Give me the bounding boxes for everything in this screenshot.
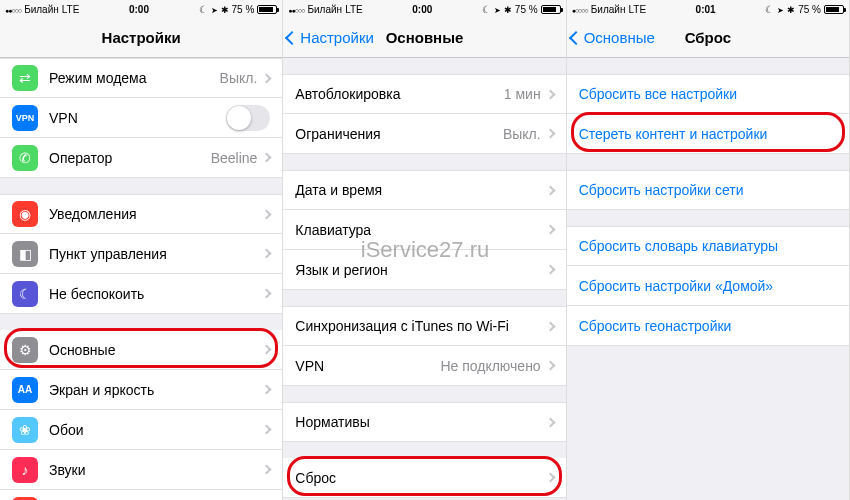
row-keyboard[interactable]: Клавиатура	[283, 210, 565, 250]
row-wallpaper[interactable]: ❀ Обои	[0, 410, 282, 450]
row-regulatory[interactable]: Нормативы	[283, 402, 565, 442]
general-list[interactable]: Автоблокировка 1 мин Ограничения Выкл. Д…	[283, 58, 565, 500]
status-time: 0:01	[696, 4, 716, 15]
chevron-icon	[262, 73, 272, 83]
status-bar: Билайн LTE 0:00 75 %	[283, 0, 565, 18]
chevron-icon	[545, 473, 555, 483]
controlcenter-icon: ◧	[12, 241, 38, 267]
row-restrictions[interactable]: Ограничения Выкл.	[283, 114, 565, 154]
row-datetime[interactable]: Дата и время	[283, 170, 565, 210]
chevron-icon	[262, 345, 272, 355]
screen-settings: Билайн LTE 0:00 75 % Настройки ⇄ Режим м…	[0, 0, 283, 500]
row-label: Автоблокировка	[295, 86, 503, 102]
row-label: Стереть контент и настройки	[579, 126, 837, 142]
row-reset-all[interactable]: Сбросить все настройки	[567, 74, 849, 114]
bluetooth-icon	[221, 4, 229, 15]
row-vpn[interactable]: VPN VPN	[0, 98, 282, 138]
row-label: Основные	[49, 342, 263, 358]
status-bar: Билайн LTE 0:01 75 %	[567, 0, 849, 18]
row-label: Звуки	[49, 462, 263, 478]
page-title: Основные	[386, 29, 464, 46]
notifications-icon: ◉	[12, 201, 38, 227]
row-reset-network[interactable]: Сбросить настройки сети	[567, 170, 849, 210]
chevron-icon	[262, 465, 272, 475]
row-carrier[interactable]: ✆ Оператор Beeline	[0, 138, 282, 178]
row-hotspot[interactable]: ⇄ Режим модема Выкл.	[0, 58, 282, 98]
reset-list[interactable]: Сбросить все настройки Стереть контент и…	[567, 58, 849, 500]
row-dnd[interactable]: ☾ Не беспокоить	[0, 274, 282, 314]
row-label: Нормативы	[295, 414, 546, 430]
network-label: LTE	[345, 4, 363, 15]
row-language[interactable]: Язык и регион	[283, 250, 565, 290]
chevron-icon	[262, 425, 272, 435]
status-time: 0:00	[129, 4, 149, 15]
row-touchid[interactable]: ◉ Touch ID и пароль	[0, 490, 282, 500]
carrier-label: Билайн	[24, 4, 59, 15]
settings-list[interactable]: ⇄ Режим модема Выкл. VPN VPN ✆ Оператор …	[0, 58, 282, 500]
network-label: LTE	[628, 4, 646, 15]
row-label: Режим модема	[49, 70, 220, 86]
signal-icon	[572, 4, 588, 15]
row-label: Сбросить геонастройки	[579, 318, 837, 334]
row-value: Не подключено	[440, 358, 540, 374]
navbar: Основные Сброс	[567, 18, 849, 58]
row-value: Выкл.	[220, 70, 258, 86]
row-value: Выкл.	[503, 126, 541, 142]
chevron-icon	[262, 153, 272, 163]
back-button[interactable]: Основные	[571, 29, 655, 46]
chevron-icon	[262, 249, 272, 259]
row-label: Сброс	[295, 470, 546, 486]
location-icon	[211, 4, 218, 15]
hotspot-icon: ⇄	[12, 65, 38, 91]
page-title: Настройки	[102, 29, 181, 46]
gear-icon: ⚙	[12, 337, 38, 363]
row-controlcenter[interactable]: ◧ Пункт управления	[0, 234, 282, 274]
row-notifications[interactable]: ◉ Уведомления	[0, 194, 282, 234]
row-reset[interactable]: Сброс	[283, 458, 565, 498]
dnd-icon	[482, 4, 491, 15]
chevron-icon	[262, 289, 272, 299]
row-label: Пункт управления	[49, 246, 263, 262]
row-reset-keyboard[interactable]: Сбросить словарь клавиатуры	[567, 226, 849, 266]
row-display[interactable]: AA Экран и яркость	[0, 370, 282, 410]
row-label: Не беспокоить	[49, 286, 263, 302]
back-label: Настройки	[300, 29, 374, 46]
bluetooth-icon	[787, 4, 795, 15]
phone-icon: ✆	[12, 145, 38, 171]
dnd-row-icon: ☾	[12, 281, 38, 307]
page-title: Сброс	[685, 29, 731, 46]
back-chevron-icon	[569, 30, 583, 44]
chevron-icon	[545, 321, 555, 331]
chevron-icon	[545, 361, 555, 371]
back-label: Основные	[584, 29, 655, 46]
vpn-toggle[interactable]	[226, 105, 270, 131]
row-itunes-sync[interactable]: Синхронизация с iTunes по Wi-Fi	[283, 306, 565, 346]
row-label: Уведомления	[49, 206, 263, 222]
wallpaper-icon: ❀	[12, 417, 38, 443]
row-label: Клавиатура	[295, 222, 546, 238]
row-reset-location[interactable]: Сбросить геонастройки	[567, 306, 849, 346]
row-label: Обои	[49, 422, 263, 438]
chevron-icon	[262, 209, 272, 219]
battery-percent: 75 %	[798, 4, 821, 15]
row-sounds[interactable]: ♪ Звуки	[0, 450, 282, 490]
screen-general: Билайн LTE 0:00 75 % Настройки Основные …	[283, 0, 566, 500]
row-label: Синхронизация с iTunes по Wi-Fi	[295, 318, 546, 334]
row-label: Дата и время	[295, 182, 546, 198]
row-erase[interactable]: Стереть контент и настройки	[567, 114, 849, 154]
sounds-icon: ♪	[12, 457, 38, 483]
row-general[interactable]: ⚙ Основные	[0, 330, 282, 370]
battery-icon	[824, 5, 844, 14]
chevron-icon	[545, 185, 555, 195]
row-label: Язык и регион	[295, 262, 546, 278]
row-reset-home[interactable]: Сбросить настройки «Домой»	[567, 266, 849, 306]
row-vpn[interactable]: VPN Не подключено	[283, 346, 565, 386]
row-label: Оператор	[49, 150, 211, 166]
row-value: 1 мин	[504, 86, 541, 102]
display-icon: AA	[12, 377, 38, 403]
row-label: Сбросить словарь клавиатуры	[579, 238, 837, 254]
screen-reset: Билайн LTE 0:01 75 % Основные Сброс Сбро…	[567, 0, 850, 500]
battery-icon	[541, 5, 561, 14]
back-button[interactable]: Настройки	[287, 29, 374, 46]
row-autolock[interactable]: Автоблокировка 1 мин	[283, 74, 565, 114]
